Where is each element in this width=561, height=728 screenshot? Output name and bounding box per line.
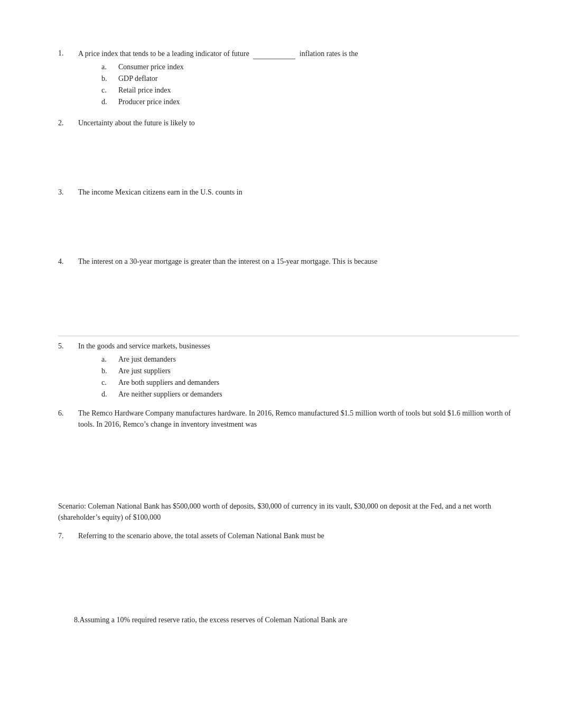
question-3-number: 3. (58, 187, 78, 253)
page-content: 1. A price index that tends to be a lead… (58, 32, 519, 628)
question-2: 2. Uncertainty about the future is likel… (58, 117, 519, 183)
question-6-body: The Remco Hardware Company manufactures … (78, 408, 519, 490)
choice-5d-text: Are neither suppliers or demanders (118, 389, 222, 400)
question-1-text-before: A price index that tends to be a leading… (78, 50, 249, 58)
choice-5d-letter: d. (101, 389, 114, 400)
question-2-body: Uncertainty about the future is likely t… (78, 117, 519, 183)
question-2-number: 2. (58, 117, 78, 183)
question-3-text: The income Mexican citizens earn in the … (78, 187, 519, 198)
question-4-number: 4. (58, 256, 78, 333)
choice-5b-letter: b. (101, 365, 114, 376)
scenario-block: Scenario: Coleman National Bank has $500… (58, 501, 519, 523)
question-6-number: 6. (58, 408, 78, 490)
choice-5c-letter: c. (101, 377, 114, 388)
question-4: 4. The interest on a 30-year mortgage is… (58, 256, 519, 333)
question-7-answer-area (78, 543, 519, 607)
choice-5b-text: Are just suppliers (118, 365, 171, 376)
choice-5a-letter: a. (101, 354, 114, 365)
choice-1b: b. GDP deflator (101, 73, 519, 84)
question-6: 6. The Remco Hardware Company manufactur… (58, 408, 519, 490)
question-7-number: 7. (58, 530, 78, 607)
question-3-answer-area (78, 200, 519, 253)
choice-1c-letter: c. (101, 85, 114, 96)
question-5: 5. In the goods and service markets, bus… (58, 340, 519, 400)
divider-q5 (58, 336, 519, 336)
question-3-body: The income Mexican citizens earn in the … (78, 187, 519, 253)
question-4-body: The interest on a 30-year mortgage is gr… (78, 256, 519, 333)
question-3: 3. The income Mexican citizens earn in t… (58, 187, 519, 253)
choice-1a-letter: a. (101, 61, 114, 72)
question-5-choices: a. Are just demanders b. Are just suppli… (101, 354, 519, 400)
choice-1b-text: GDP deflator (118, 73, 158, 84)
question-1: 1. A price index that tends to be a lead… (58, 48, 519, 108)
question-8-body: Assuming a 10% required reserve ratio, t… (80, 614, 519, 628)
choice-1a-text: Consumer price index (118, 61, 184, 72)
choice-5a: a. Are just demanders (101, 354, 519, 365)
question-7: 7. Referring to the scenario above, the … (58, 530, 519, 607)
scenario-text: Scenario: Coleman National Bank has $500… (58, 501, 519, 523)
question-5-text: In the goods and service markets, busine… (78, 340, 519, 352)
question-8-text: Assuming a 10% required reserve ratio, t… (80, 614, 519, 625)
question-1-underline-space (253, 48, 295, 59)
choice-1d-text: Producer price index (118, 96, 180, 107)
question-1-text-after: inflation rates is the (300, 50, 358, 58)
choice-1d-letter: d. (101, 96, 114, 107)
choice-1c-text: Retail price index (118, 85, 171, 96)
question-7-body: Referring to the scenario above, the tot… (78, 530, 519, 607)
question-6-text: The Remco Hardware Company manufactures … (78, 408, 519, 430)
question-1-choices: a. Consumer price index b. GDP deflator … (101, 61, 519, 107)
choice-1a: a. Consumer price index (101, 61, 519, 72)
choice-1d: d. Producer price index (101, 96, 519, 107)
question-5-number: 5. (58, 340, 78, 400)
question-4-answer-area (78, 269, 519, 333)
question-1-body: A price index that tends to be a leading… (78, 48, 519, 108)
choice-5c: c. Are both suppliers and demanders (101, 377, 519, 388)
question-1-text: A price index that tends to be a leading… (78, 48, 519, 59)
question-2-answer-area (78, 131, 519, 183)
choice-1b-letter: b. (101, 73, 114, 84)
question-2-text: Uncertainty about the future is likely t… (78, 117, 519, 128)
choice-5c-text: Are both suppliers and demanders (118, 377, 219, 388)
choice-5d: d. Are neither suppliers or demanders (101, 389, 519, 400)
question-5-body: In the goods and service markets, busine… (78, 340, 519, 400)
choice-5b: b. Are just suppliers (101, 365, 519, 376)
choice-1c: c. Retail price index (101, 85, 519, 96)
question-8-number: 8. (58, 614, 80, 628)
choice-5a-text: Are just demanders (118, 354, 176, 365)
question-7-text: Referring to the scenario above, the tot… (78, 530, 519, 541)
question-8: 8. Assuming a 10% required reserve ratio… (58, 614, 519, 628)
question-1-number: 1. (58, 48, 78, 108)
question-6-answer-area (78, 432, 519, 490)
question-4-text: The interest on a 30-year mortgage is gr… (78, 256, 519, 267)
